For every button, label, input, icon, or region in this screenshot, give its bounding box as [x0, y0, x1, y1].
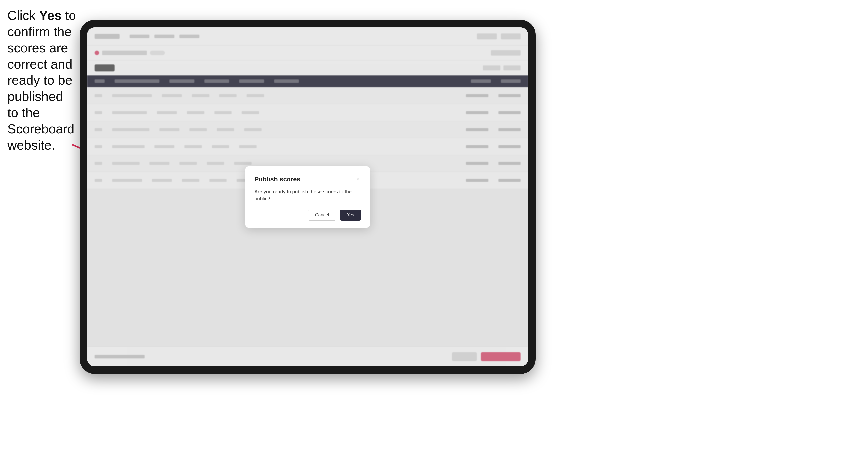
annotation-text: Click Yes to confirm the scores are corr…	[7, 7, 77, 153]
dialog-header: Publish scores ×	[254, 176, 361, 183]
publish-scores-dialog: Publish scores × Are you ready to publis…	[245, 166, 370, 227]
tablet-device: Publish scores × Are you ready to publis…	[80, 20, 536, 374]
tablet-screen: Publish scores × Are you ready to publis…	[87, 27, 528, 366]
cancel-button[interactable]: Cancel	[308, 210, 336, 221]
dialog-overlay: Publish scores × Are you ready to publis…	[87, 27, 528, 366]
dialog-title: Publish scores	[254, 176, 301, 183]
dialog-close-button[interactable]: ×	[354, 176, 361, 183]
dialog-body-text: Are you ready to publish these scores to…	[254, 188, 361, 202]
dialog-footer: Cancel Yes	[254, 210, 361, 221]
yes-button[interactable]: Yes	[340, 210, 361, 221]
